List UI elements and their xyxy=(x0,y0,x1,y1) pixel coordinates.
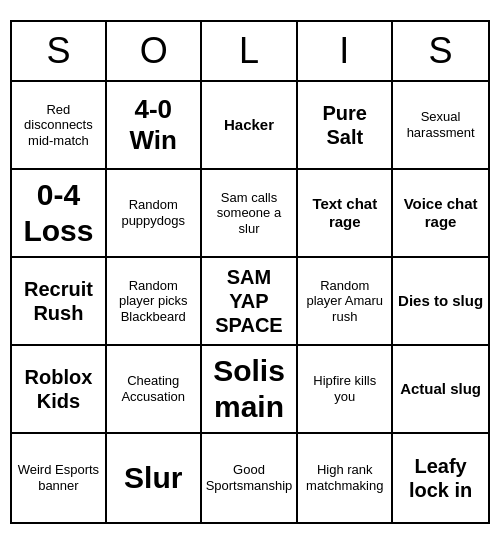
bingo-cell: Random player Amaru rush xyxy=(298,258,393,346)
bingo-cell: Roblox Kids xyxy=(12,346,107,434)
bingo-cell: Dies to slug xyxy=(393,258,488,346)
bingo-header: SOLIS xyxy=(12,22,488,82)
bingo-cell: 4-0 Win xyxy=(107,82,202,170)
bingo-card: SOLIS Red disconnects mid-match4-0 WinHa… xyxy=(10,20,490,524)
bingo-cell: Sam calls someone a slur xyxy=(202,170,299,258)
bingo-cell: Good Sportsmanship xyxy=(202,434,299,522)
bingo-cell: Text chat rage xyxy=(298,170,393,258)
bingo-cell: Voice chat rage xyxy=(393,170,488,258)
bingo-cell: Random player picks Blackbeard xyxy=(107,258,202,346)
header-letter: L xyxy=(202,22,297,80)
bingo-cell: Solis main xyxy=(202,346,299,434)
header-letter: S xyxy=(12,22,107,80)
bingo-cell: SAM YAP SPACE xyxy=(202,258,299,346)
bingo-cell: Hacker xyxy=(202,82,299,170)
bingo-cell: Leafy lock in xyxy=(393,434,488,522)
bingo-grid: Red disconnects mid-match4-0 WinHackerPu… xyxy=(12,82,488,522)
header-letter: I xyxy=(298,22,393,80)
bingo-cell: Hipfire kills you xyxy=(298,346,393,434)
bingo-cell: Slur xyxy=(107,434,202,522)
bingo-cell: Red disconnects mid-match xyxy=(12,82,107,170)
header-letter: O xyxy=(107,22,202,80)
bingo-cell: Actual slug xyxy=(393,346,488,434)
bingo-cell: High rank matchmaking xyxy=(298,434,393,522)
bingo-cell: Cheating Accusation xyxy=(107,346,202,434)
bingo-cell: Recruit Rush xyxy=(12,258,107,346)
header-letter: S xyxy=(393,22,488,80)
bingo-cell: Sexual harassment xyxy=(393,82,488,170)
bingo-cell: Pure Salt xyxy=(298,82,393,170)
bingo-cell: Random puppydogs xyxy=(107,170,202,258)
bingo-cell: Weird Esports banner xyxy=(12,434,107,522)
bingo-cell: 0-4 Loss xyxy=(12,170,107,258)
